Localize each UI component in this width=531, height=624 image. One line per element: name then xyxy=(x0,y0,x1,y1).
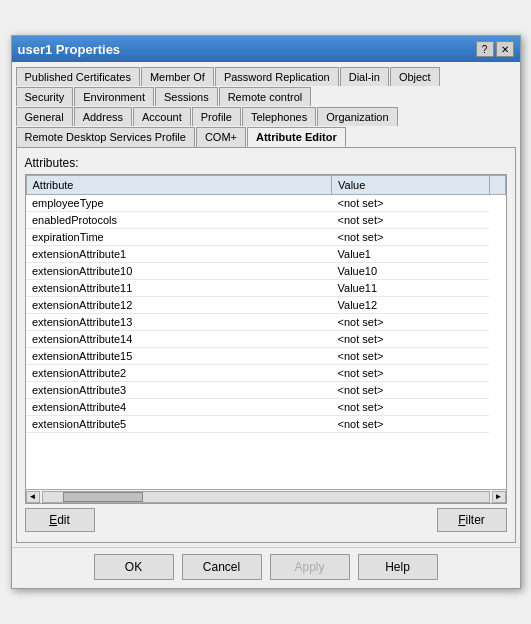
attr-cell-attribute: extensionAttribute12 xyxy=(26,297,332,314)
attr-cell-value: <not set> xyxy=(332,195,489,212)
tab-member-of[interactable]: Member Of xyxy=(141,67,214,86)
attr-cell-attribute: extensionAttribute15 xyxy=(26,348,332,365)
tab-environment[interactable]: Environment xyxy=(74,87,154,106)
edit-button[interactable]: Edit xyxy=(25,508,95,532)
footer-buttons: OK Cancel Apply Help xyxy=(12,547,520,588)
attr-cell-attribute: extensionAttribute13 xyxy=(26,314,332,331)
attr-cell-value: <not set> xyxy=(332,314,489,331)
attributes-box: Attribute Value employeeType<not set>ena… xyxy=(25,174,507,504)
attr-cell-attribute: extensionAttribute11 xyxy=(26,280,332,297)
attr-cell-attribute: extensionAttribute4 xyxy=(26,399,332,416)
scroll-left-arrow[interactable]: ◄ xyxy=(26,491,40,503)
table-row[interactable]: extensionAttribute5<not set> xyxy=(26,416,505,433)
attributes-scroll[interactable]: Attribute Value employeeType<not set>ena… xyxy=(26,175,506,489)
col-header-value: Value xyxy=(332,176,489,195)
tabs-container: Published Certificates Member Of Passwor… xyxy=(12,62,520,146)
tab-published-certificates[interactable]: Published Certificates xyxy=(16,67,140,86)
apply-button[interactable]: Apply xyxy=(270,554,350,580)
action-row: Edit Filter xyxy=(25,504,507,534)
col-header-spacer xyxy=(489,176,505,195)
attr-cell-value: <not set> xyxy=(332,212,489,229)
attr-cell-attribute: extensionAttribute14 xyxy=(26,331,332,348)
attr-cell-value: Value1 xyxy=(332,246,489,263)
attr-cell-attribute: extensionAttribute1 xyxy=(26,246,332,263)
tab-account[interactable]: Account xyxy=(133,107,191,126)
tab-remote-control[interactable]: Remote control xyxy=(219,87,312,106)
attributes-table: Attribute Value employeeType<not set>ena… xyxy=(26,175,506,433)
attr-cell-value: <not set> xyxy=(332,365,489,382)
table-row[interactable]: extensionAttribute15<not set> xyxy=(26,348,505,365)
title-bar-buttons: ? ✕ xyxy=(476,41,514,57)
tab-security[interactable]: Security xyxy=(16,87,74,106)
tab-object[interactable]: Object xyxy=(390,67,440,86)
attr-cell-value: <not set> xyxy=(332,348,489,365)
attr-cell-value: <not set> xyxy=(332,331,489,348)
attr-cell-value: <not set> xyxy=(332,416,489,433)
col-header-attribute: Attribute xyxy=(26,176,332,195)
tab-sessions[interactable]: Sessions xyxy=(155,87,218,106)
filter-label: Filter xyxy=(458,513,485,527)
attr-cell-value: Value11 xyxy=(332,280,489,297)
table-row[interactable]: extensionAttribute11Value11 xyxy=(26,280,505,297)
attr-cell-attribute: extensionAttribute10 xyxy=(26,263,332,280)
table-row[interactable]: extensionAttribute2<not set> xyxy=(26,365,505,382)
tab-com-plus[interactable]: COM+ xyxy=(196,127,246,147)
attr-cell-attribute: extensionAttribute5 xyxy=(26,416,332,433)
tab-row-4: Remote Desktop Services Profile COM+ Att… xyxy=(16,126,516,146)
table-row[interactable]: extensionAttribute12Value12 xyxy=(26,297,505,314)
tab-attribute-editor[interactable]: Attribute Editor xyxy=(247,127,346,147)
tab-rdp[interactable]: Remote Desktop Services Profile xyxy=(16,127,195,147)
filter-button[interactable]: Filter xyxy=(437,508,507,532)
edit-label: Edit xyxy=(49,513,70,527)
table-row[interactable]: extensionAttribute10Value10 xyxy=(26,263,505,280)
table-row[interactable]: extensionAttribute3<not set> xyxy=(26,382,505,399)
horizontal-scrollbar[interactable]: ◄ ► xyxy=(26,489,506,503)
attr-cell-attribute: enabledProtocols xyxy=(26,212,332,229)
attr-cell-attribute: employeeType xyxy=(26,195,332,212)
attr-cell-value: <not set> xyxy=(332,229,489,246)
scroll-track[interactable] xyxy=(42,491,490,503)
tab-telephones[interactable]: Telephones xyxy=(242,107,316,126)
attr-cell-value: Value12 xyxy=(332,297,489,314)
tab-row-3: General Address Account Profile Telephon… xyxy=(16,106,516,125)
close-btn[interactable]: ✕ xyxy=(496,41,514,57)
attr-cell-value: <not set> xyxy=(332,399,489,416)
window-title: user1 Properties xyxy=(18,42,121,57)
table-row[interactable]: extensionAttribute14<not set> xyxy=(26,331,505,348)
tab-profile[interactable]: Profile xyxy=(192,107,241,126)
tab-content: Attributes: Attribute Value employeeType… xyxy=(16,147,516,543)
attr-cell-attribute: extensionAttribute2 xyxy=(26,365,332,382)
scroll-thumb[interactable] xyxy=(63,492,143,502)
table-row[interactable]: extensionAttribute4<not set> xyxy=(26,399,505,416)
help-icon-btn[interactable]: ? xyxy=(476,41,494,57)
ok-button[interactable]: OK xyxy=(94,554,174,580)
attr-cell-value: <not set> xyxy=(332,382,489,399)
table-row[interactable]: extensionAttribute1Value1 xyxy=(26,246,505,263)
attr-cell-attribute: expirationTime xyxy=(26,229,332,246)
tab-dial-in[interactable]: Dial-in xyxy=(340,67,389,86)
title-bar: user1 Properties ? ✕ xyxy=(12,36,520,62)
help-button[interactable]: Help xyxy=(358,554,438,580)
table-row[interactable]: enabledProtocols<not set> xyxy=(26,212,505,229)
table-row[interactable]: extensionAttribute13<not set> xyxy=(26,314,505,331)
dialog-window: user1 Properties ? ✕ Published Certifica… xyxy=(11,35,521,589)
scroll-right-arrow[interactable]: ► xyxy=(492,491,506,503)
cancel-button[interactable]: Cancel xyxy=(182,554,262,580)
tab-address[interactable]: Address xyxy=(74,107,132,126)
tab-row-1: Published Certificates Member Of Passwor… xyxy=(16,66,516,85)
attr-cell-value: Value10 xyxy=(332,263,489,280)
tab-general[interactable]: General xyxy=(16,107,73,126)
tab-password-replication[interactable]: Password Replication xyxy=(215,67,339,86)
tab-organization[interactable]: Organization xyxy=(317,107,397,126)
table-row[interactable]: employeeType<not set> xyxy=(26,195,505,212)
table-row[interactable]: expirationTime<not set> xyxy=(26,229,505,246)
attr-cell-attribute: extensionAttribute3 xyxy=(26,382,332,399)
tab-row-2: Security Environment Sessions Remote con… xyxy=(16,86,516,105)
attributes-label: Attributes: xyxy=(25,156,507,170)
